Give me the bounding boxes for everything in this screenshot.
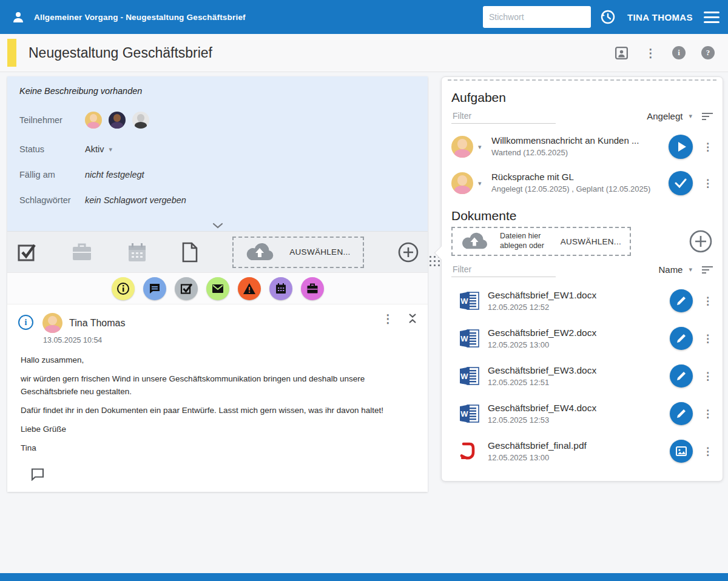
cloud-upload-icon	[461, 232, 488, 251]
quick-task-icon[interactable]	[175, 277, 198, 300]
pencil-icon	[676, 333, 687, 344]
documents-upload-row: Dateien hier ablegen oder AUSWÄHLEN...	[451, 227, 713, 256]
edit-document-button[interactable]	[670, 364, 693, 388]
dropzone-select-label[interactable]: AUSWÄHLEN...	[561, 237, 621, 246]
participant-avatar[interactable]	[109, 112, 126, 129]
participant-avatar[interactable]	[85, 112, 102, 129]
chevron-down-icon[interactable]: ▾	[689, 112, 692, 120]
due-label: Fällig am	[19, 170, 85, 180]
menu-icon[interactable]	[704, 12, 720, 23]
document-row[interactable]: W Geschäftsbrief_EW4.docx 12.05.2025 12:…	[450, 395, 714, 432]
message-timestamp: 13.05.2025 10:54	[43, 336, 125, 344]
status-value[interactable]: Aktiv	[85, 144, 104, 154]
upload-select-button[interactable]: AUSWÄHLEN...	[232, 237, 363, 268]
quick-info-icon[interactable]	[112, 277, 135, 300]
message-kebab-icon[interactable]: ⋮	[382, 313, 394, 324]
edit-document-button[interactable]	[670, 327, 693, 350]
task-kebab-icon[interactable]: ⋮	[703, 142, 713, 152]
quick-calendar-icon[interactable]	[269, 277, 292, 300]
complete-task-button[interactable]	[669, 171, 693, 195]
pdf-file-icon	[451, 442, 488, 461]
comment-icon[interactable]	[30, 468, 45, 481]
document-date: 12.05.2025 13:00	[488, 340, 670, 349]
task-kebab-icon[interactable]: ⋮	[703, 178, 713, 189]
collapse-message-icon[interactable]	[408, 313, 417, 324]
task-checkbox-icon[interactable]	[16, 241, 38, 263]
tasks-filter-input[interactable]	[451, 109, 556, 124]
participant-avatar[interactable]	[132, 112, 149, 129]
search-input[interactable]	[483, 6, 591, 28]
document-row[interactable]: Geschäftsbrief_final.pdf 12.05.2025 13:0…	[450, 432, 714, 470]
main-area: Keine Beschreibung vorhanden Teilnehmer …	[0, 72, 728, 492]
tasks-sort-field[interactable]: Angelegt	[647, 111, 682, 121]
header-kebab-icon[interactable]: ⋮	[645, 47, 656, 59]
task-row[interactable]: ▾ Willkommensnachricht an Kunden ... War…	[450, 129, 714, 165]
document-name: Geschäftsbrief_EW3.docx	[488, 365, 670, 376]
info-icon[interactable]: i	[672, 46, 686, 59]
due-row: Fällig am nicht festgelegt	[19, 170, 416, 180]
expand-details-chevron-icon[interactable]	[212, 223, 223, 229]
page-title: Neugestaltung Geschäftsbrief	[29, 45, 608, 61]
history-icon[interactable]	[599, 8, 616, 25]
add-attachment-icon[interactable]	[397, 241, 419, 263]
document-row[interactable]: W Geschäftsbrief_EW3.docx 12.05.2025 12:…	[450, 357, 714, 395]
document-kebab-icon[interactable]: ⋮	[703, 296, 713, 306]
quick-comment-icon[interactable]	[143, 277, 166, 300]
task-assignee-avatar[interactable]	[451, 172, 473, 194]
word-file-icon: W	[451, 366, 488, 386]
quick-mail-icon[interactable]	[206, 277, 229, 300]
svg-text:W: W	[460, 334, 468, 343]
svg-text:W: W	[460, 297, 468, 306]
documents-filter-row: Name ▾	[451, 262, 713, 277]
pencil-icon	[676, 371, 687, 381]
description-text: Keine Beschreibung vorhanden	[19, 86, 416, 96]
chevron-down-icon[interactable]: ▾	[478, 143, 482, 151]
color-marker	[7, 39, 16, 67]
document-kebab-icon[interactable]: ⋮	[703, 371, 713, 381]
svg-text:W: W	[460, 409, 468, 418]
help-icon[interactable]: ?	[701, 46, 715, 59]
quick-briefcase-icon[interactable]	[301, 277, 324, 300]
document-row[interactable]: W Geschäftsbrief_EW2.docx 12.05.2025 13:…	[450, 320, 714, 357]
documents-sort-direction-icon[interactable]	[702, 266, 713, 274]
task-assignee-avatar[interactable]	[451, 136, 473, 158]
documents-sort-field[interactable]: Name	[658, 264, 682, 275]
chevron-down-icon[interactable]: ▾	[109, 146, 112, 153]
quick-alert-icon[interactable]	[238, 277, 261, 300]
document-icon[interactable]	[181, 241, 199, 263]
document-date: 12.05.2025 13:00	[488, 453, 670, 462]
upload-select-label: AUSWÄHLEN...	[289, 247, 350, 257]
briefcase-icon[interactable]	[71, 242, 93, 263]
start-task-button[interactable]	[669, 135, 693, 159]
document-kebab-icon[interactable]: ⋮	[703, 409, 713, 419]
user-icon	[11, 10, 25, 24]
tasks-sort-direction-icon[interactable]	[702, 113, 713, 120]
current-user-name[interactable]: TINA THOMAS	[627, 12, 693, 22]
document-name: Geschäftsbrief_EW2.docx	[488, 327, 670, 338]
document-kebab-icon[interactable]: ⋮	[703, 334, 713, 344]
message-author-avatar[interactable]	[42, 313, 62, 333]
document-row[interactable]: W Geschäftsbrief_EW1.docx 12.05.2025 12:…	[450, 282, 714, 320]
message-info-icon[interactable]: i	[18, 315, 33, 330]
task-status: Wartend (12.05.2025)	[491, 147, 665, 158]
check-icon	[675, 178, 687, 188]
edit-document-button[interactable]	[670, 289, 693, 312]
chevron-down-icon[interactable]: ▾	[689, 266, 692, 274]
task-row[interactable]: ▾ Rücksprache mit GL Angelegt (12.05.202…	[450, 165, 714, 201]
documents-filter-input[interactable]	[451, 262, 556, 277]
word-file-icon: W	[451, 328, 488, 349]
chevron-down-icon[interactable]: ▾	[478, 180, 482, 187]
edit-document-button[interactable]	[670, 402, 693, 425]
tags-value: kein Schlagwort vergeben	[85, 195, 186, 205]
document-name: Geschäftsbrief_final.pdf	[488, 440, 670, 451]
due-value: nicht festgelegt	[85, 170, 144, 180]
add-document-icon[interactable]	[689, 229, 713, 254]
contact-badge-icon[interactable]	[614, 45, 629, 61]
image-icon	[676, 446, 687, 456]
tags-row: Schlagwörter kein Schlagwort vergeben	[19, 195, 416, 205]
file-dropzone[interactable]: Dateien hier ablegen oder AUSWÄHLEN...	[451, 227, 631, 256]
calendar-icon[interactable]	[127, 242, 147, 263]
preview-document-button[interactable]	[670, 440, 693, 463]
document-kebab-icon[interactable]: ⋮	[703, 446, 713, 457]
task-status: Angelegt (12.05.2025) , Geplant (12.05.2…	[491, 184, 665, 195]
